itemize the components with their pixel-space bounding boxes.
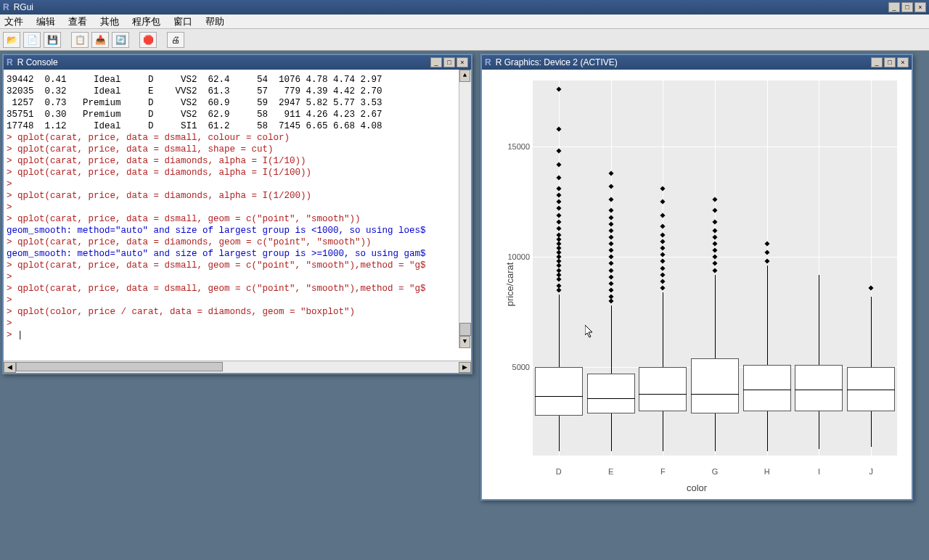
toolbar: 📂 📄 💾 📋 📥 🔄 🛑 🖨 xyxy=(0,29,929,51)
y-tick: 10000 xyxy=(507,252,530,261)
graphics-close-button[interactable]: × xyxy=(897,57,909,67)
paste-button[interactable]: 📥 xyxy=(91,32,109,48)
mdi-area: R R Console _ □ × 39442 0.41 Ideal D VS2… xyxy=(0,51,929,560)
console-body[interactable]: 39442 0.41 Ideal D VS2 62.4 54 1076 4.78… xyxy=(4,70,471,361)
boxplot xyxy=(691,81,739,456)
console-line: 32035 0.32 Ideal E VVS2 61.3 57 779 4.39… xyxy=(7,86,468,97)
console-line: 17748 1.12 Ideal D SI1 61.2 58 7145 6.65… xyxy=(7,120,468,132)
scroll-right-icon[interactable]: ▶ xyxy=(459,362,471,373)
x-tick: E xyxy=(608,467,613,476)
console-line: > qplot(carat, price, data = dsmall, geo… xyxy=(7,283,468,295)
y-axis-label: price/carat xyxy=(504,263,515,307)
open-button[interactable]: 📂 xyxy=(3,32,20,48)
copy-button[interactable]: 📋 xyxy=(71,32,89,48)
console-hscroll[interactable]: ◀ ▶ xyxy=(4,361,471,373)
print-button[interactable]: 🖨 xyxy=(167,32,184,48)
minimize-button[interactable]: _ xyxy=(888,2,900,12)
vscroll-thumb[interactable] xyxy=(459,323,471,336)
scroll-left-icon[interactable]: ◀ xyxy=(4,362,16,373)
close-button[interactable]: × xyxy=(914,2,926,12)
console-line: > xyxy=(7,295,468,306)
menu-item[interactable]: 查看 xyxy=(68,15,87,28)
hscroll-thumb[interactable] xyxy=(16,362,223,371)
menu-item[interactable]: 程序包 xyxy=(132,15,160,28)
scroll-down-icon[interactable]: ▼ xyxy=(459,336,470,348)
graphics-title: R Graphics: Device 2 (ACTIVE) xyxy=(496,57,618,67)
console-minimize-button[interactable]: _ xyxy=(430,57,442,67)
console-title: R Console xyxy=(17,57,58,67)
load-button[interactable]: 📄 xyxy=(23,32,41,48)
console-line: > qplot(carat, price, data = dsmall, sha… xyxy=(7,144,468,155)
y-tick: 5000 xyxy=(512,363,530,371)
console-maximize-button[interactable]: □ xyxy=(443,57,455,67)
console-line: geom_smooth: method="auto" and size of l… xyxy=(7,225,468,236)
menu-item[interactable]: 其他 xyxy=(100,15,119,28)
console-line: > qplot(carat, price, data = diamonds, a… xyxy=(7,155,468,167)
menu-item[interactable]: 窗口 xyxy=(173,15,192,28)
console-line: > qplot(carat, price, data = dsmall, geo… xyxy=(7,213,468,225)
x-tick: G xyxy=(712,467,719,476)
y-tick: 15000 xyxy=(507,142,530,151)
console-vscroll[interactable]: ▲ ▼ xyxy=(459,70,471,348)
console-titlebar: R R Console _ □ × xyxy=(4,55,471,70)
console-line: > qplot(carat, price, data = diamonds, a… xyxy=(7,190,468,202)
console-line: geom_smooth: method="auto" and size of l… xyxy=(7,248,468,260)
x-tick: D xyxy=(556,467,562,476)
graphics-icon: R xyxy=(485,57,491,67)
console-icon: R xyxy=(7,57,13,67)
boxplot xyxy=(587,81,635,456)
boxplot xyxy=(847,81,895,456)
x-tick: I xyxy=(818,467,820,476)
console-line: > qplot(carat, price, data = dsmall, geo… xyxy=(7,260,468,271)
console-line: > qplot(carat, price, data = diamonds, a… xyxy=(7,167,468,178)
x-tick: H xyxy=(764,467,770,476)
console-line: 35751 0.30 Premium D VS2 62.9 58 911 4.2… xyxy=(7,109,468,120)
console-close-button[interactable]: × xyxy=(457,57,468,67)
boxplot xyxy=(795,81,843,456)
x-axis-label: color xyxy=(482,482,912,493)
console-line: 1257 0.73 Premium D VS2 60.9 59 2947 5.8… xyxy=(7,97,468,109)
menu-item[interactable]: 文件 xyxy=(4,15,23,28)
refresh-button[interactable]: 🔄 xyxy=(112,32,129,48)
x-tick: J xyxy=(869,467,873,476)
app-icon: R xyxy=(3,2,9,12)
plot-panel xyxy=(533,81,897,456)
stop-button[interactable]: 🛑 xyxy=(139,32,157,48)
x-tick: F xyxy=(660,467,666,476)
graphics-minimize-button[interactable]: _ xyxy=(871,57,883,67)
graphics-window: R R Graphics: Device 2 (ACTIVE) _ □ × pr… xyxy=(480,54,913,501)
console-line: > qplot(carat, price, data = diamonds, g… xyxy=(7,236,468,248)
console-line: > xyxy=(7,178,468,190)
app-title: RGui xyxy=(14,2,33,12)
menu-item[interactable]: 帮助 xyxy=(205,15,224,28)
menubar: 文件编辑查看其他程序包窗口帮助 xyxy=(0,15,929,29)
boxplot xyxy=(743,81,791,456)
main-titlebar: R RGui _ □ × xyxy=(0,0,929,15)
console-window: R R Console _ □ × 39442 0.41 Ideal D VS2… xyxy=(2,54,472,374)
graphics-body: price/carat color 50001000015000DEFGHIJ xyxy=(482,70,912,499)
console-line: > xyxy=(7,329,468,341)
console-line: > xyxy=(7,271,468,283)
console-line: > qplot(color, price / carat, data = dia… xyxy=(7,306,468,318)
boxplot xyxy=(535,81,583,456)
graphics-maximize-button[interactable]: □ xyxy=(884,57,896,67)
menu-item[interactable]: 编辑 xyxy=(36,15,55,28)
console-line: > qplot(carat, price, data = dsmall, col… xyxy=(7,132,468,144)
console-line: > xyxy=(7,202,468,213)
boxplot xyxy=(639,81,687,456)
graphics-titlebar: R R Graphics: Device 2 (ACTIVE) _ □ × xyxy=(482,55,912,70)
scroll-up-icon[interactable]: ▲ xyxy=(459,70,470,82)
console-line: 39442 0.41 Ideal D VS2 62.4 54 1076 4.78… xyxy=(7,74,468,86)
maximize-button[interactable]: □ xyxy=(901,2,913,12)
save-button[interactable]: 💾 xyxy=(44,32,61,48)
console-line: > xyxy=(7,318,468,329)
